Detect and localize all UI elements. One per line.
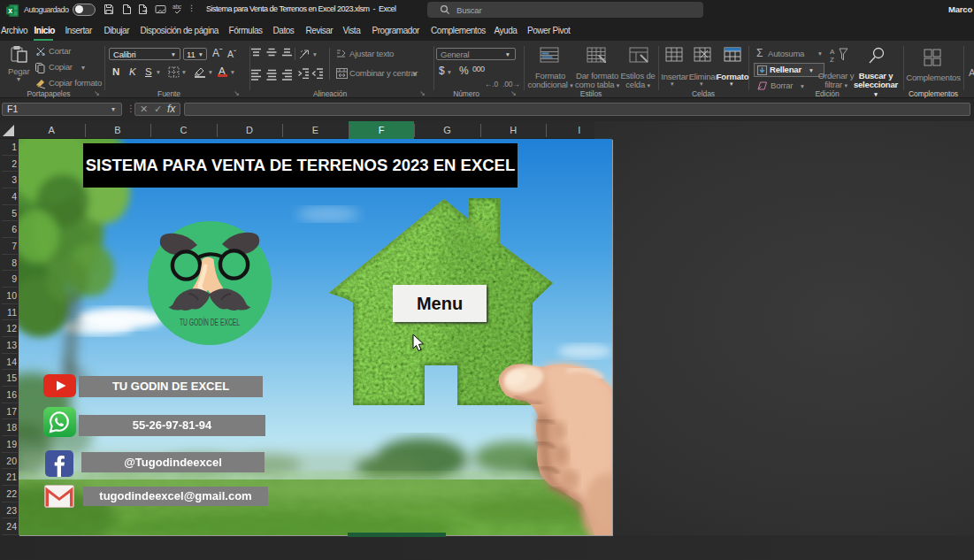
svg-text:A: A: [830, 48, 835, 56]
svg-text:x: x: [8, 5, 12, 14]
svg-text:abc: abc: [173, 4, 182, 10]
svg-text:TU GODÍN DE EXCEL: TU GODÍN DE EXCEL: [180, 317, 240, 327]
svg-text:Z: Z: [830, 56, 834, 63]
